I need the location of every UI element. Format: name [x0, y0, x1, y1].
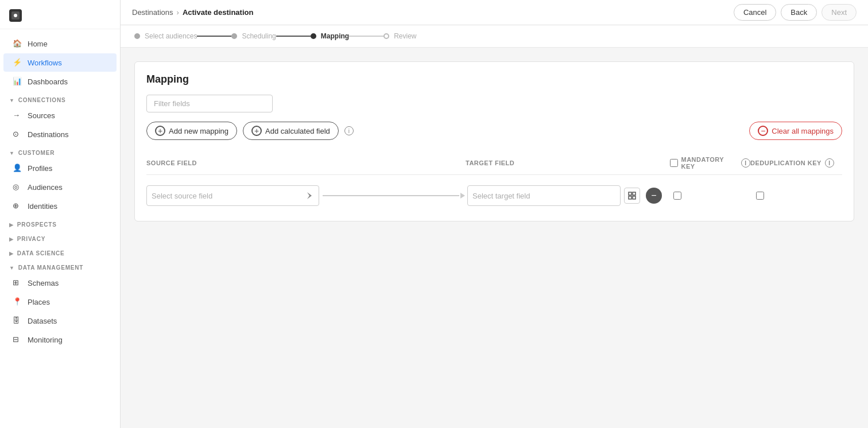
sources-icon: → [13, 111, 22, 120]
step-select-audiences: Select audiences [134, 32, 197, 40]
svg-rect-4 [633, 192, 636, 195]
sidebar-section-data-management[interactable]: ▼ DATA MANAGEMENT [0, 259, 120, 273]
field-expand-button[interactable] [624, 188, 640, 204]
stepper: Select audiences Scheduling Mapping Revi… [134, 32, 416, 40]
sidebar-item-audiences-label: Audiences [28, 183, 63, 192]
sidebar-item-sources[interactable]: → Sources [3, 106, 117, 124]
sidebar-item-monitoring-label: Monitoring [28, 336, 63, 344]
info-icon[interactable]: i [344, 126, 354, 135]
add-circle-icon-2: + [251, 126, 262, 136]
step-connector-3 [349, 36, 383, 37]
sidebar-item-destinations[interactable]: ⊙ Destinations [3, 125, 117, 143]
step-dot-mapping [311, 33, 316, 39]
delete-row-button[interactable]: − [646, 188, 662, 204]
sidebar-item-places[interactable]: 📍 Places [3, 293, 117, 311]
clear-all-mappings-button[interactable]: − Clear all mappings [749, 122, 842, 140]
breadcrumb-parent[interactable]: Destinations [132, 8, 173, 17]
chevron-right-icon: ▶ [9, 222, 14, 228]
workflows-icon: ⚡ [13, 58, 22, 67]
action-row: + Add new mapping + Add calculated field… [146, 122, 842, 140]
sidebar-item-profiles-label: Profiles [28, 164, 52, 173]
connections-section-label: CONNECTIONS [18, 97, 66, 103]
mandatory-key-header-checkbox[interactable] [670, 159, 678, 167]
mandatory-key-checkbox[interactable] [673, 192, 681, 200]
audiences-icon: ◎ [13, 182, 22, 192]
svg-rect-3 [629, 192, 631, 195]
target-field-input-wrapper[interactable]: Select target field [467, 185, 621, 206]
dashboards-icon: 📊 [13, 77, 22, 86]
add-circle-icon: + [155, 126, 165, 136]
identities-icon: ⊕ [13, 201, 22, 211]
mandatory-key-header: MANDATORY KEY i [670, 156, 750, 170]
cancel-button[interactable]: Cancel [734, 4, 776, 21]
sidebar-item-schemas[interactable]: ⊞ Schemas [3, 274, 117, 292]
sidebar-item-datasets[interactable]: 🗄 Datasets [3, 312, 117, 330]
filter-fields-input[interactable] [146, 95, 273, 112]
sidebar-item-home[interactable]: 🏠 Home [3, 34, 117, 53]
minus-icon: − [651, 190, 656, 201]
add-calculated-label: Add calculated field [265, 127, 330, 135]
deduplication-key-checkbox[interactable] [756, 192, 764, 200]
connector-arrow-head [460, 193, 465, 199]
topbar-actions: Cancel Back Next [734, 4, 857, 21]
sidebar-section-connections[interactable]: ▼ CONNECTIONS [0, 91, 120, 106]
mapping-table-header: SOURCE FIELD TARGET FIELD MANDATORY KEY … [146, 151, 842, 175]
sidebar-item-identities[interactable]: ⊕ Identities [3, 197, 117, 215]
svg-rect-6 [633, 196, 636, 199]
privacy-section-label: PRIVACY [17, 236, 45, 242]
schemas-icon: ⊞ [13, 278, 22, 287]
sidebar-item-dashboards[interactable]: 📊 Dashboards [3, 72, 117, 91]
chevron-down-icon-2: ▼ [9, 150, 15, 156]
step-scheduling: Scheduling [231, 32, 276, 40]
sidebar-item-profiles[interactable]: 👤 Profiles [3, 159, 117, 177]
remove-circle-icon: − [758, 126, 768, 136]
sidebar: 🏠 Home ⚡ Workflows 📊 Dashboards ▼ CONNEC… [0, 0, 121, 428]
svg-point-1 [14, 14, 17, 17]
next-button[interactable]: Next [822, 4, 857, 21]
arrow-right-icon [307, 192, 314, 199]
step-dot-select-audiences [134, 33, 140, 39]
chevron-right-icon-3: ▶ [9, 251, 14, 256]
step-dot-review [383, 33, 389, 39]
add-calculated-field-button[interactable]: + Add calculated field [243, 122, 339, 140]
sidebar-item-workflows[interactable]: ⚡ Workflows [3, 53, 117, 72]
breadcrumb-separator: › [177, 8, 179, 17]
sidebar-item-monitoring[interactable]: ⊟ Monitoring [3, 330, 117, 349]
sidebar-section-data-science[interactable]: ▶ DATA SCIENCE [0, 244, 120, 259]
sidebar-section-privacy[interactable]: ▶ PRIVACY [0, 230, 120, 244]
sidebar-nav: 🏠 Home ⚡ Workflows 📊 Dashboards ▼ CONNEC… [0, 29, 120, 428]
back-button[interactable]: Back [781, 4, 817, 21]
target-field-header: TARGET FIELD [466, 159, 647, 166]
sidebar-item-workflows-label: Workflows [28, 59, 62, 67]
source-field-input-wrapper[interactable]: Select source field [146, 185, 319, 206]
sidebar-item-audiences[interactable]: ◎ Audiences [3, 178, 117, 196]
step-label-select-audiences: Select audiences [145, 32, 197, 40]
data-science-section-label: DATA SCIENCE [17, 250, 65, 256]
sidebar-item-datasets-label: Datasets [28, 317, 57, 325]
dedup-info-icon[interactable]: i [825, 158, 834, 168]
step-dot-scheduling [231, 33, 237, 39]
sidebar-section-prospects[interactable]: ▶ PROSPECTS [0, 216, 120, 230]
clear-all-label: Clear all mappings [772, 127, 834, 135]
source-field-container: Select source field [146, 185, 319, 206]
step-label-mapping: Mapping [321, 32, 349, 40]
sidebar-item-destinations-label: Destinations [28, 130, 69, 139]
sidebar-item-home-label: Home [28, 40, 48, 48]
chevron-right-icon-2: ▶ [9, 236, 14, 242]
home-icon: 🏠 [13, 39, 22, 48]
main-content: Destinations › Activate destination Canc… [121, 0, 868, 428]
sidebar-item-identities-label: Identities [28, 202, 57, 211]
breadcrumb-current: Activate destination [183, 8, 254, 17]
sidebar-section-customer[interactable]: ▼ CUSTOMER [0, 144, 120, 158]
prospects-section-label: PROSPECTS [17, 221, 57, 228]
sidebar-item-places-label: Places [28, 298, 50, 306]
data-management-section-label: DATA MANAGEMENT [18, 264, 83, 271]
monitoring-icon: ⊟ [13, 335, 22, 344]
delete-cell: − [642, 188, 665, 204]
add-new-mapping-button[interactable]: + Add new mapping [146, 122, 237, 140]
step-label-review: Review [394, 32, 416, 40]
mandatory-info-icon[interactable]: i [741, 158, 750, 168]
places-icon: 📍 [13, 297, 22, 306]
deduplication-key-cell [750, 192, 842, 200]
chevron-down-icon: ▼ [9, 98, 15, 103]
